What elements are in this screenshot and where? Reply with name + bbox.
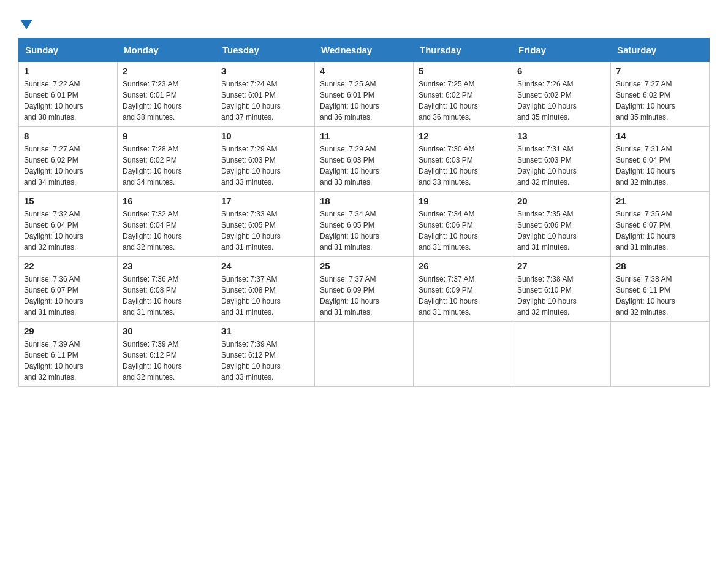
day-number: 3: [221, 66, 309, 76]
day-info: Sunrise: 7:29 AMSunset: 6:03 PMDaylight:…: [320, 144, 408, 188]
calendar-day-cell: 22Sunrise: 7:36 AMSunset: 6:07 PMDayligh…: [19, 257, 118, 322]
day-info: Sunrise: 7:39 AMSunset: 6:12 PMDaylight:…: [221, 339, 309, 383]
calendar-day-cell: 26Sunrise: 7:37 AMSunset: 6:09 PMDayligh…: [414, 257, 512, 322]
calendar-day-cell: 27Sunrise: 7:38 AMSunset: 6:10 PMDayligh…: [512, 257, 611, 322]
calendar-day-cell: 2Sunrise: 7:23 AMSunset: 6:01 PMDaylight…: [118, 62, 216, 127]
calendar-day-cell: 28Sunrise: 7:38 AMSunset: 6:11 PMDayligh…: [611, 257, 710, 322]
day-number: 23: [123, 261, 211, 271]
calendar-week-row: 1Sunrise: 7:22 AMSunset: 6:01 PMDaylight…: [19, 62, 710, 127]
day-info: Sunrise: 7:36 AMSunset: 6:07 PMDaylight:…: [24, 274, 112, 318]
day-info: Sunrise: 7:34 AMSunset: 6:06 PMDaylight:…: [419, 209, 507, 253]
day-info: Sunrise: 7:32 AMSunset: 6:04 PMDaylight:…: [24, 209, 112, 253]
calendar-day-cell: 20Sunrise: 7:35 AMSunset: 6:06 PMDayligh…: [512, 192, 611, 257]
day-info: Sunrise: 7:27 AMSunset: 6:02 PMDaylight:…: [24, 144, 112, 188]
day-number: 6: [517, 66, 605, 76]
calendar-week-row: 15Sunrise: 7:32 AMSunset: 6:04 PMDayligh…: [19, 192, 710, 257]
day-info: Sunrise: 7:27 AMSunset: 6:02 PMDaylight:…: [616, 79, 704, 123]
day-number: 15: [24, 196, 112, 206]
calendar-day-cell: 3Sunrise: 7:24 AMSunset: 6:01 PMDaylight…: [216, 62, 315, 127]
calendar-week-row: 29Sunrise: 7:39 AMSunset: 6:11 PMDayligh…: [19, 322, 710, 387]
calendar-day-cell: 6Sunrise: 7:26 AMSunset: 6:02 PMDaylight…: [512, 62, 611, 127]
day-info: Sunrise: 7:33 AMSunset: 6:05 PMDaylight:…: [221, 209, 309, 253]
day-of-week-header: Monday: [118, 39, 216, 62]
day-number: 18: [320, 196, 408, 206]
day-number: 11: [320, 131, 408, 141]
day-info: Sunrise: 7:38 AMSunset: 6:11 PMDaylight:…: [616, 274, 704, 318]
day-info: Sunrise: 7:37 AMSunset: 6:09 PMDaylight:…: [320, 274, 408, 318]
day-info: Sunrise: 7:28 AMSunset: 6:02 PMDaylight:…: [123, 144, 211, 188]
calendar-day-cell: 31Sunrise: 7:39 AMSunset: 6:12 PMDayligh…: [216, 322, 315, 387]
day-number: 5: [419, 66, 507, 76]
day-info: Sunrise: 7:39 AMSunset: 6:12 PMDaylight:…: [123, 339, 211, 383]
day-of-week-header: Sunday: [19, 39, 118, 62]
day-info: Sunrise: 7:35 AMSunset: 6:06 PMDaylight:…: [517, 209, 605, 253]
calendar-day-cell: 23Sunrise: 7:36 AMSunset: 6:08 PMDayligh…: [118, 257, 216, 322]
day-info: Sunrise: 7:37 AMSunset: 6:08 PMDaylight:…: [221, 274, 309, 318]
day-info: Sunrise: 7:26 AMSunset: 6:02 PMDaylight:…: [517, 79, 605, 123]
day-info: Sunrise: 7:34 AMSunset: 6:05 PMDaylight:…: [320, 209, 408, 253]
calendar-day-cell: 9Sunrise: 7:28 AMSunset: 6:02 PMDaylight…: [118, 127, 216, 192]
day-number: 28: [616, 261, 704, 271]
day-info: Sunrise: 7:31 AMSunset: 6:04 PMDaylight:…: [616, 144, 704, 188]
day-number: 12: [419, 131, 507, 141]
calendar-day-cell: [315, 322, 414, 387]
calendar-day-cell: 8Sunrise: 7:27 AMSunset: 6:02 PMDaylight…: [19, 127, 118, 192]
day-info: Sunrise: 7:32 AMSunset: 6:04 PMDaylight:…: [123, 209, 211, 253]
calendar-day-cell: 7Sunrise: 7:27 AMSunset: 6:02 PMDaylight…: [611, 62, 710, 127]
logo-triangle-icon: [20, 20, 32, 29]
calendar-day-cell: 15Sunrise: 7:32 AMSunset: 6:04 PMDayligh…: [19, 192, 118, 257]
day-of-week-header: Friday: [512, 39, 611, 62]
day-number: 4: [320, 66, 408, 76]
day-number: 30: [123, 326, 211, 336]
page-header: [18, 12, 710, 27]
calendar-day-cell: 17Sunrise: 7:33 AMSunset: 6:05 PMDayligh…: [216, 192, 315, 257]
calendar-week-row: 22Sunrise: 7:36 AMSunset: 6:07 PMDayligh…: [19, 257, 710, 322]
day-info: Sunrise: 7:31 AMSunset: 6:03 PMDaylight:…: [517, 144, 605, 188]
calendar-day-cell: [611, 322, 710, 387]
day-info: Sunrise: 7:37 AMSunset: 6:09 PMDaylight:…: [419, 274, 507, 318]
day-number: 14: [616, 131, 704, 141]
calendar-day-cell: 14Sunrise: 7:31 AMSunset: 6:04 PMDayligh…: [611, 127, 710, 192]
day-number: 17: [221, 196, 309, 206]
day-of-week-header: Tuesday: [216, 39, 315, 62]
day-number: 9: [123, 131, 211, 141]
calendar-day-cell: 25Sunrise: 7:37 AMSunset: 6:09 PMDayligh…: [315, 257, 414, 322]
day-number: 31: [221, 326, 309, 336]
calendar-day-cell: 13Sunrise: 7:31 AMSunset: 6:03 PMDayligh…: [512, 127, 611, 192]
day-of-week-header: Wednesday: [315, 39, 414, 62]
calendar-header-row: SundayMondayTuesdayWednesdayThursdayFrid…: [19, 39, 710, 62]
calendar-day-cell: 21Sunrise: 7:35 AMSunset: 6:07 PMDayligh…: [611, 192, 710, 257]
day-info: Sunrise: 7:24 AMSunset: 6:01 PMDaylight:…: [221, 79, 309, 123]
calendar-day-cell: 16Sunrise: 7:32 AMSunset: 6:04 PMDayligh…: [118, 192, 216, 257]
calendar-day-cell: 11Sunrise: 7:29 AMSunset: 6:03 PMDayligh…: [315, 127, 414, 192]
day-number: 19: [419, 196, 507, 206]
day-number: 29: [24, 326, 112, 336]
calendar-day-cell: 12Sunrise: 7:30 AMSunset: 6:03 PMDayligh…: [414, 127, 512, 192]
day-info: Sunrise: 7:22 AMSunset: 6:01 PMDaylight:…: [24, 79, 112, 123]
day-number: 2: [123, 66, 211, 76]
day-number: 13: [517, 131, 605, 141]
day-of-week-header: Thursday: [414, 39, 512, 62]
day-info: Sunrise: 7:30 AMSunset: 6:03 PMDaylight:…: [419, 144, 507, 188]
day-info: Sunrise: 7:25 AMSunset: 6:01 PMDaylight:…: [320, 79, 408, 123]
day-number: 8: [24, 131, 112, 141]
calendar-week-row: 8Sunrise: 7:27 AMSunset: 6:02 PMDaylight…: [19, 127, 710, 192]
calendar-day-cell: 10Sunrise: 7:29 AMSunset: 6:03 PMDayligh…: [216, 127, 315, 192]
calendar-day-cell: 18Sunrise: 7:34 AMSunset: 6:05 PMDayligh…: [315, 192, 414, 257]
day-number: 1: [24, 66, 112, 76]
calendar-day-cell: [512, 322, 611, 387]
day-of-week-header: Saturday: [611, 39, 710, 62]
calendar-day-cell: 1Sunrise: 7:22 AMSunset: 6:01 PMDaylight…: [19, 62, 118, 127]
day-number: 10: [221, 131, 309, 141]
calendar-day-cell: [414, 322, 512, 387]
logo: [18, 12, 32, 27]
calendar-day-cell: 30Sunrise: 7:39 AMSunset: 6:12 PMDayligh…: [118, 322, 216, 387]
day-info: Sunrise: 7:23 AMSunset: 6:01 PMDaylight:…: [123, 79, 211, 123]
day-number: 22: [24, 261, 112, 271]
calendar-day-cell: 29Sunrise: 7:39 AMSunset: 6:11 PMDayligh…: [19, 322, 118, 387]
day-number: 20: [517, 196, 605, 206]
day-info: Sunrise: 7:38 AMSunset: 6:10 PMDaylight:…: [517, 274, 605, 318]
calendar-day-cell: 5Sunrise: 7:25 AMSunset: 6:02 PMDaylight…: [414, 62, 512, 127]
day-number: 21: [616, 196, 704, 206]
day-number: 26: [419, 261, 507, 271]
